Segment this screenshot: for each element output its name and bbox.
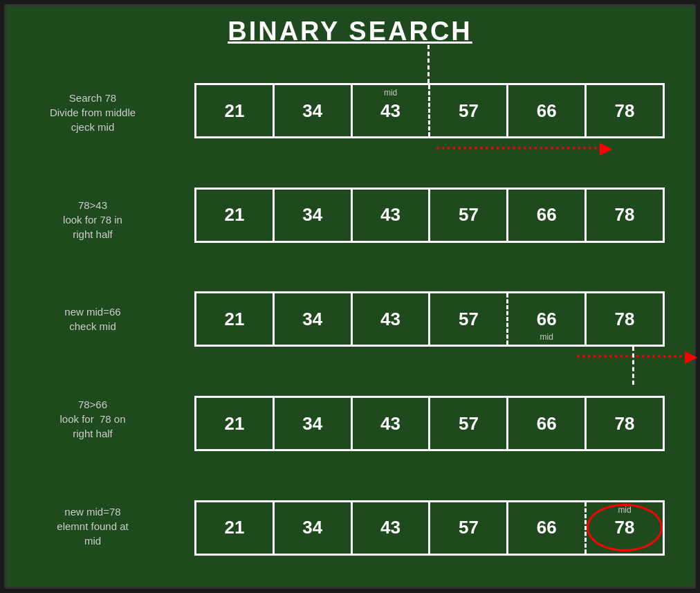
array-row-4: 21 34 43 57 66 78 bbox=[172, 396, 687, 451]
label-5: new mid=78elemnt found atmid bbox=[19, 504, 167, 548]
cell-2-1: 34 bbox=[275, 190, 353, 241]
dotted-line-1 bbox=[436, 147, 602, 149]
cell-4-4: 66 bbox=[508, 398, 587, 449]
cell-4-2: 43 bbox=[353, 398, 431, 449]
cell-3-4: 66 mid bbox=[506, 293, 587, 345]
array-2: 21 34 43 57 66 78 bbox=[194, 188, 665, 243]
cell-3-1: 34 bbox=[275, 293, 353, 345]
array-5: 21 34 43 57 66 mid 78 bbox=[194, 500, 665, 556]
cell-5-0: 21 bbox=[196, 502, 275, 554]
cell-2-4: 66 bbox=[508, 190, 587, 241]
cell-1-0: 21 bbox=[196, 85, 275, 136]
array-1: 21 34 mid 43 57 66 78 bbox=[194, 83, 665, 138]
content-area: Search 78Divide from middlecjeck mid 78>… bbox=[13, 59, 687, 580]
cell-5-1: 34 bbox=[275, 502, 353, 554]
dotted-arrow-1: ▶ bbox=[436, 138, 612, 158]
array-row-1: 21 34 mid 43 57 66 78 ▶ bbox=[172, 83, 687, 138]
label-4: 78>66look for 78 onright half bbox=[19, 397, 167, 441]
cell-2-3: 57 bbox=[430, 190, 508, 241]
cell-5-5: mid 78 bbox=[584, 502, 663, 554]
cell-1-5: 78 bbox=[587, 85, 663, 136]
arrays-column: 21 34 mid 43 57 66 78 ▶ bbox=[172, 59, 687, 580]
mid-label-5: mid bbox=[618, 505, 631, 515]
page-title: BINARY SEARCH bbox=[228, 17, 472, 46]
array-row-3: 21 34 43 57 66 mid 78 ▶ bbox=[172, 291, 687, 347]
main-container: BINARY SEARCH Search 78Divide from middl… bbox=[4, 4, 696, 589]
cell-1-4: 66 bbox=[508, 85, 587, 136]
array-row-2: 21 34 43 57 66 78 bbox=[172, 188, 687, 243]
arrow-head-1: ▶ bbox=[600, 138, 612, 158]
cell-4-5: 78 bbox=[587, 398, 663, 449]
labels-column: Search 78Divide from middlecjeck mid 78>… bbox=[13, 59, 172, 580]
mid-label-1: mid bbox=[384, 88, 397, 98]
cell-4-3: 57 bbox=[430, 398, 508, 449]
vert-line-below-3 bbox=[632, 347, 634, 385]
cell-3-3: 57 bbox=[430, 293, 508, 345]
cell-5-3: 57 bbox=[430, 502, 508, 554]
array-row-5: 21 34 43 57 66 mid 78 bbox=[172, 500, 687, 556]
cell-2-0: 21 bbox=[196, 190, 275, 241]
arrow-head-2: ▶ bbox=[685, 347, 697, 366]
cell-2-2: 43 bbox=[353, 190, 431, 241]
label-3: new mid=66check mid bbox=[19, 304, 167, 334]
array-4: 21 34 43 57 66 78 bbox=[194, 396, 665, 451]
cell-1-1: 34 bbox=[275, 85, 353, 136]
label-2: 78>43look for 78 inright half bbox=[19, 198, 167, 241]
cell-3-5: 78 bbox=[587, 293, 663, 345]
cell-3-0: 21 bbox=[196, 293, 275, 345]
cell-2-5: 78 bbox=[587, 190, 663, 241]
label-1: Search 78Divide from middlecjeck mid bbox=[19, 91, 167, 134]
cell-4-0: 21 bbox=[196, 398, 275, 449]
cell-3-2: 43 bbox=[353, 293, 431, 345]
cell-1-2: mid 43 bbox=[353, 85, 431, 136]
cell-1-3: 57 bbox=[428, 85, 508, 136]
vert-line-above-1 bbox=[427, 45, 430, 83]
cell-5-4: 66 bbox=[508, 502, 587, 554]
array-3: 21 34 43 57 66 mid 78 bbox=[194, 291, 665, 347]
cell-4-1: 34 bbox=[275, 398, 353, 449]
cell-5-2: 43 bbox=[353, 502, 431, 554]
mid-label-3: mid bbox=[540, 332, 553, 342]
dotted-arrow-2: ▶ bbox=[577, 347, 697, 366]
